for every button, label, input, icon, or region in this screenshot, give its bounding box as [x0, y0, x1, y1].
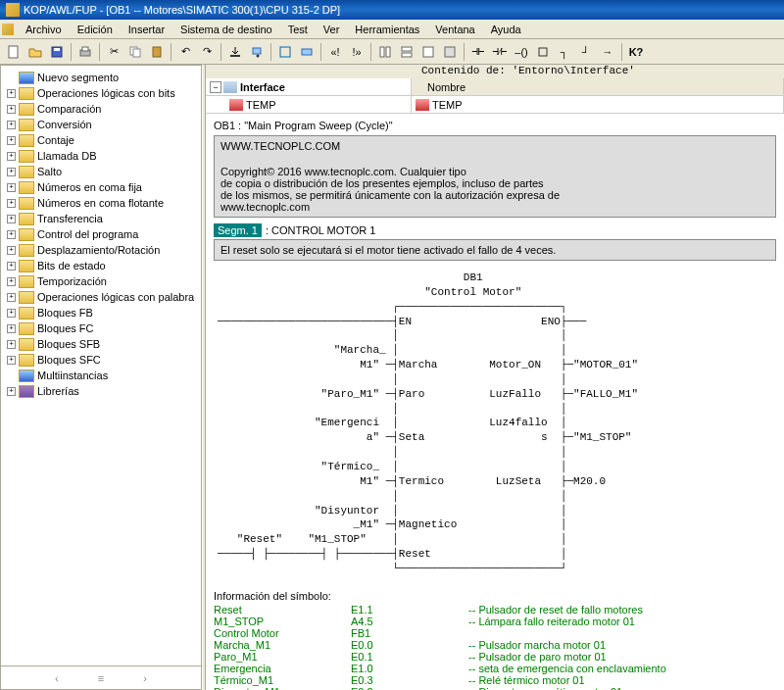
box-icon[interactable] — [533, 42, 553, 62]
monitor-icon[interactable] — [247, 42, 267, 62]
tree-item[interactable]: +Temporización — [5, 273, 197, 289]
tree-item[interactable]: +Números en coma fija — [5, 179, 197, 195]
interface-root[interactable]: − Interface — [206, 78, 412, 95]
download-icon[interactable] — [225, 42, 245, 62]
view3-icon[interactable] — [418, 42, 438, 62]
tree-item[interactable]: +Transferencia — [5, 211, 197, 226]
menu-ventana[interactable]: Ventana — [427, 22, 482, 37]
tree-item[interactable]: +Comparación — [5, 101, 197, 117]
segment-comment: El reset solo se ejecutará si el motor t… — [214, 239, 776, 261]
expand-icon[interactable]: + — [7, 293, 16, 302]
expand-icon[interactable]: + — [7, 340, 16, 349]
view1-icon[interactable] — [375, 42, 395, 62]
goto-icon[interactable]: «! — [325, 42, 345, 62]
expand-icon[interactable]: + — [7, 262, 16, 271]
menu-ayuda[interactable]: Ayuda — [483, 22, 529, 37]
menu-insertar[interactable]: Insertar — [121, 22, 172, 37]
expand-icon[interactable]: + — [7, 356, 16, 365]
tree-item[interactable]: +Bloques SFB — [5, 336, 197, 352]
block-icon[interactable] — [275, 42, 295, 62]
goto2-icon[interactable]: !» — [347, 42, 367, 62]
branch-close-icon[interactable]: ┘ — [576, 42, 596, 62]
expand-icon[interactable]: + — [7, 309, 16, 318]
tree-item[interactable]: +Llamada DB — [5, 148, 197, 164]
tree-label: Bloques SFC — [37, 354, 101, 366]
help-icon[interactable]: K? — [626, 42, 646, 62]
tree-label: Números en coma fija — [37, 181, 142, 193]
ladder-network[interactable]: DB1 "Control Motor" ┌───────────────────… — [214, 265, 776, 582]
view2-icon[interactable] — [397, 42, 416, 62]
menu-herramientas[interactable]: Herramientas — [347, 22, 427, 37]
interface-temp-right[interactable]: TEMP — [412, 96, 784, 113]
expand-icon[interactable]: + — [7, 152, 16, 161]
tree-item[interactable]: +Conversión — [5, 117, 197, 132]
tree-item[interactable]: +Control del programa — [5, 226, 197, 242]
interface-temp-left[interactable]: TEMP — [206, 96, 412, 113]
tree-label: Bits de estado — [37, 260, 106, 271]
tree-item[interactable]: +Bloques FB — [5, 305, 197, 320]
expand-icon[interactable]: + — [7, 324, 16, 333]
tree-item[interactable]: +Bloques FC — [5, 320, 197, 336]
expand-icon[interactable]: + — [7, 215, 16, 223]
svg-rect-17 — [423, 47, 433, 57]
left-scrollbar[interactable]: ‹≡› — [1, 665, 201, 689]
ladder-editor[interactable]: OB1 : "Main Program Sweep (Cycle)" WWW.T… — [206, 114, 784, 690]
element-tree[interactable]: Nuevo segmento+Operaciones lógicas con b… — [1, 66, 201, 665]
tree-item[interactable]: Nuevo segmento — [5, 70, 197, 85]
coil-icon[interactable]: –() — [512, 42, 531, 62]
menu-test[interactable]: Test — [280, 22, 316, 37]
connect-icon[interactable]: → — [598, 42, 617, 62]
tree-item[interactable]: +Contaje — [5, 132, 197, 148]
expand-icon[interactable]: + — [7, 277, 16, 286]
contact-nc-icon[interactable]: ⊣⁄⊢ — [490, 42, 510, 62]
expand-icon[interactable]: + — [7, 199, 16, 208]
undo-icon[interactable]: ↶ — [175, 42, 195, 62]
tree-item[interactable]: +Números en coma flotante — [5, 195, 197, 211]
tree-item[interactable]: +Bloques SFC — [5, 352, 197, 368]
menu-sistema de destino[interactable]: Sistema de destino — [172, 22, 280, 37]
branch-open-icon[interactable]: ┐ — [555, 42, 574, 62]
tree-label: Control del programa — [37, 228, 138, 240]
contact-no-icon[interactable]: ⊣⊢ — [468, 42, 488, 62]
header-comment: WWW.TECNOPLC.COM Copyright© 2016 www.tec… — [214, 135, 776, 218]
print-icon[interactable] — [75, 42, 95, 62]
collapse-icon[interactable]: − — [210, 81, 221, 93]
menu-edición[interactable]: Edición — [70, 22, 121, 37]
tree-label: Bloques FB — [37, 307, 93, 319]
expand-icon[interactable]: + — [7, 230, 16, 239]
open-icon[interactable] — [25, 42, 45, 62]
tree-item[interactable]: +Salto — [5, 164, 197, 179]
paste-icon[interactable] — [147, 42, 167, 62]
network-icon[interactable] — [297, 42, 317, 62]
save-icon[interactable] — [47, 42, 67, 62]
expand-icon[interactable]: + — [7, 387, 16, 396]
tree-item[interactable]: +Operaciones lógicas con bits — [5, 85, 197, 101]
expand-icon[interactable]: + — [7, 136, 16, 145]
expand-icon[interactable]: + — [7, 183, 16, 192]
expand-icon[interactable]: + — [7, 168, 16, 176]
segment-header[interactable]: Segm. 1 : CONTROL MOTOR 1 — [214, 223, 776, 237]
tree-item[interactable]: Multiinstancias — [5, 368, 197, 383]
svg-rect-19 — [539, 48, 547, 56]
menu-archivo[interactable]: Archivo — [18, 22, 70, 37]
menu-ver[interactable]: Ver — [316, 22, 348, 37]
new-icon[interactable] — [4, 42, 24, 62]
tree-label: Comparación — [37, 103, 101, 115]
expand-icon[interactable]: + — [7, 246, 16, 255]
redo-icon[interactable]: ↷ — [197, 42, 217, 62]
tree-item[interactable]: +Bits de estado — [5, 258, 197, 273]
view4-icon[interactable] — [440, 42, 460, 62]
temp-icon — [416, 99, 429, 111]
tree-label: Transferencia — [37, 213, 103, 224]
cut-icon[interactable]: ✂ — [104, 42, 123, 62]
tree-item[interactable]: +Librerías — [5, 383, 197, 399]
title-bar: KOP/AWL/FUP - [OB1 -- Motores\SIMATIC 30… — [0, 0, 784, 20]
folder-icon — [19, 119, 34, 131]
expand-icon[interactable]: + — [7, 105, 16, 114]
expand-icon[interactable]: + — [7, 121, 16, 129]
tree-item[interactable]: +Operaciones lógicas con palabra — [5, 289, 197, 305]
copy-icon[interactable] — [125, 42, 145, 62]
tree-item[interactable]: +Desplazamiento/Rotación — [5, 242, 197, 258]
expand-icon[interactable]: + — [7, 89, 16, 98]
symbol-table: ResetE1.1-- Pulsador de reset de fallo m… — [214, 604, 776, 690]
